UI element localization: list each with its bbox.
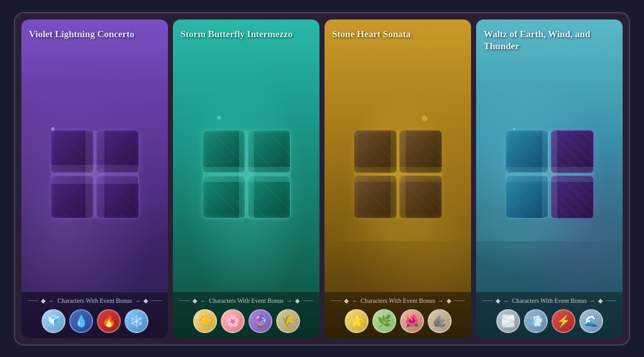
arrow-right-4: → [589,297,596,304]
arrow-right-1: → [135,297,141,304]
characters-row-3: ⭐ 🌿 🌺 🪨 [331,309,465,333]
arrow-right-2: → [286,297,292,304]
line-right-1 [151,300,162,301]
diamond-left-4: ◆ [496,297,501,304]
diamond-left-1: ◆ [41,297,46,304]
cube-3-3 [354,176,397,218]
card-stone-heart[interactable]: Stone Heart Sonata ◆ ← Characters With E… [325,20,471,338]
avatar-3-4[interactable]: 🪨 [428,309,452,333]
card-image-area-2 [173,57,319,292]
diamond-right-4: ◆ [598,297,603,304]
card-bottom-2: ◆ ← Characters With Event Bonus → ◆ ☀️ 🌸… [173,292,319,338]
card-violet-lightning[interactable]: Violet Lightning Concerto ◆ ← Characters… [21,20,168,338]
diamond-right-2: ◆ [295,297,300,304]
line-left-2 [179,300,190,301]
card-waltz-earth[interactable]: Waltz of Earth, Wind, and Thunder ◆ ← Ch… [476,20,623,338]
arrow-right-3: → [438,297,444,304]
card-bottom-3: ◆ ← Characters With Event Bonus → ◆ ⭐ 🌿 … [325,292,471,338]
cube-1-4 [96,176,139,218]
cube-1-3 [51,176,94,218]
card-bottom-1: ◆ ← Characters With Event Bonus → ◆ 🧊 💧 … [21,292,168,338]
cube-3-4 [399,176,442,218]
card-bottom-4: ◆ ← Characters With Event Bonus → ◆ 🌫️ 💨… [476,292,623,338]
avatar-1-4[interactable]: ❄️ [125,309,148,333]
cube-4-2 [551,130,594,173]
characters-row-1: 🧊 💧 🔥 ❄️ [28,309,162,333]
card-title-3: Stone Heart Sonata [325,20,471,57]
bonus-text-1: Characters With Event Bonus [57,297,132,304]
diamond-left-2: ◆ [192,297,197,304]
diamond-right-3: ◆ [447,297,452,304]
cube-1-2 [96,130,139,173]
avatar-4-3[interactable]: ⚡ [552,309,575,333]
card-title-2: Storm Butterfly Intermezzo [173,20,319,57]
cube-grid-2 [203,130,291,218]
avatar-1-3[interactable]: 🔥 [97,309,121,333]
line-right-3 [454,300,465,301]
arrow-left-4: ← [503,297,509,304]
cube-2-3 [203,176,245,218]
bonus-text-4: Characters With Event Bonus [512,297,587,304]
line-left-1 [28,300,38,301]
event-bonus-label-1: ◆ ← Characters With Event Bonus → ◆ [28,297,162,304]
cube-3-2 [399,130,442,173]
event-bonus-label-2: ◆ ← Characters With Event Bonus → ◆ [179,297,313,304]
cube-grid-3 [354,130,442,218]
line-right-2 [303,300,313,301]
avatar-2-4[interactable]: 🌾 [276,309,300,333]
avatar-4-4[interactable]: 🌊 [579,309,603,333]
event-bonus-label-3: ◆ ← Characters With Event Bonus → ◆ [331,297,465,304]
avatar-1-2[interactable]: 💧 [69,309,93,333]
card-storm-butterfly[interactable]: Storm Butterfly Intermezzo ◆ ← Character… [173,20,319,338]
event-bonus-label-4: ◆ ← Characters With Event Bonus → ◆ [482,297,616,304]
characters-row-4: 🌫️ 💨 ⚡ 🌊 [482,309,616,333]
line-right-4 [606,300,616,301]
avatar-2-2[interactable]: 🌸 [221,309,245,333]
avatar-2-1[interactable]: ☀️ [193,309,217,333]
cube-1-1 [51,130,94,173]
characters-row-2: ☀️ 🌸 🔮 🌾 [179,309,313,333]
card-image-area-4 [476,58,623,292]
cube-grid-1 [51,130,139,218]
cube-grid-4 [506,130,594,218]
bonus-text-3: Characters With Event Bonus [360,297,435,304]
diamond-right-1: ◆ [143,297,148,304]
avatar-4-1[interactable]: 🌫️ [496,309,520,333]
avatar-3-1[interactable]: ⭐ [345,309,369,333]
avatar-3-3[interactable]: 🌺 [400,309,424,333]
card-title-1: Violet Lightning Concerto [21,20,168,57]
avatar-4-2[interactable]: 💨 [524,309,548,333]
line-left-4 [482,300,493,301]
cube-4-1 [506,130,548,173]
cube-3-1 [354,130,397,173]
cube-2-1 [203,130,245,173]
diamond-left-3: ◆ [344,297,349,304]
main-container: Violet Lightning Concerto ◆ ← Characters… [14,12,630,346]
avatar-2-3[interactable]: 🔮 [248,309,272,333]
cube-2-2 [248,130,291,173]
arrow-left-1: ← [48,297,55,304]
avatar-1-1[interactable]: 🧊 [42,309,65,333]
arrow-left-3: ← [352,297,358,304]
particle-2-1 [217,116,221,120]
card-title-4: Waltz of Earth, Wind, and Thunder [476,20,623,58]
cube-4-4 [551,176,594,218]
card-image-area-1 [21,57,168,292]
cube-4-3 [506,176,548,218]
cube-2-4 [248,176,291,218]
card-image-area-3 [325,57,471,292]
avatar-3-2[interactable]: 🌿 [372,309,396,333]
bonus-text-2: Characters With Event Bonus [209,297,284,304]
line-left-3 [331,300,341,301]
arrow-left-2: ← [200,297,206,304]
